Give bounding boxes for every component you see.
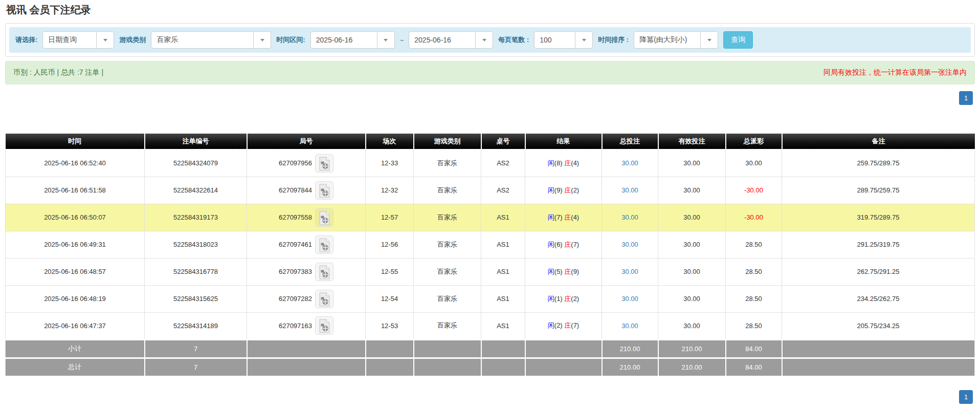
video-replay-button[interactable] bbox=[315, 263, 333, 281]
summary-count-cell: 7 bbox=[145, 358, 247, 376]
info-bar: 币別 : 人民币 | 总共 :7 注单 | 同局有效投注，统一计算在该局第一张注… bbox=[5, 61, 975, 84]
round-id: 627097282 bbox=[279, 295, 312, 303]
video-replay-button[interactable] bbox=[315, 154, 333, 173]
chevron-down-icon bbox=[575, 32, 592, 48]
table-row: 2025-06-16 06:48:19 522584315625 6270972… bbox=[6, 285, 975, 312]
session-cell: 12-57 bbox=[366, 204, 414, 231]
table-no-cell: AS1 bbox=[481, 285, 525, 312]
column-header: 时间 bbox=[6, 134, 145, 149]
search-button[interactable]: 查询 bbox=[723, 31, 753, 49]
session-cell: 12-55 bbox=[366, 258, 414, 285]
valid-bet-cell: 30.00 bbox=[658, 177, 726, 204]
round-id: 627097163 bbox=[279, 322, 312, 330]
column-header: 场次 bbox=[366, 134, 414, 149]
player-result: 闲 bbox=[548, 213, 554, 221]
result-cell: 闲(1) 庄(2) bbox=[525, 285, 602, 312]
video-film-icon bbox=[318, 238, 330, 252]
total-bet-link[interactable]: 30.00 bbox=[621, 268, 638, 275]
session-cell: 12-53 bbox=[366, 312, 414, 339]
time-cell: 2025-06-16 06:50:07 bbox=[6, 204, 145, 231]
game-cell: 百家乐 bbox=[414, 312, 481, 339]
round-cell: 627097282 bbox=[247, 285, 366, 312]
total-bet-cell: 30.00 bbox=[602, 204, 658, 231]
table-header: 时间注单编号局号场次游戏类别桌号结果总投注有效投注总派彩备注 bbox=[6, 134, 975, 149]
note-cell: 291.25/319.75 bbox=[782, 231, 975, 258]
column-header: 桌号 bbox=[481, 134, 525, 149]
payout-cell: 28.50 bbox=[726, 285, 782, 312]
summary-payout-cell: 84.00 bbox=[726, 339, 782, 358]
query-type-value: 日期查询 bbox=[43, 35, 82, 45]
total-bet-cell: 30.00 bbox=[602, 149, 658, 177]
video-replay-button[interactable] bbox=[315, 208, 333, 227]
game-cell: 百家乐 bbox=[414, 149, 481, 177]
time-sort-select[interactable]: 降冪(由大到小) bbox=[634, 31, 718, 49]
video-replay-button[interactable] bbox=[315, 316, 333, 335]
player-result: 闲 bbox=[548, 159, 554, 167]
column-header: 总派彩 bbox=[726, 134, 782, 149]
page-1-button[interactable]: 1 bbox=[959, 91, 973, 105]
video-replay-button[interactable] bbox=[315, 290, 333, 308]
bet-id-cell: 522584316778 bbox=[145, 258, 247, 285]
game-cell: 百家乐 bbox=[414, 258, 481, 285]
game-cell: 百家乐 bbox=[414, 285, 481, 312]
video-replay-button[interactable] bbox=[315, 181, 333, 200]
total-bet-link[interactable]: 30.00 bbox=[621, 241, 638, 248]
date-to-select[interactable]: 2025-06-16 bbox=[409, 31, 493, 49]
column-header: 游戏类别 bbox=[414, 134, 481, 149]
bet-id-cell: 522584324079 bbox=[145, 149, 247, 177]
payout-cell: -30.00 bbox=[726, 204, 782, 231]
session-cell: 12-54 bbox=[366, 285, 414, 312]
summary-valid-bet-cell: 210.00 bbox=[658, 358, 726, 376]
result-cell: 闲(6) 庄(7) bbox=[525, 231, 602, 258]
game-category-select[interactable]: 百家乐 bbox=[151, 31, 271, 49]
banker-result: 庄 bbox=[564, 186, 571, 194]
total-bet-link[interactable]: 30.00 bbox=[621, 295, 638, 303]
banker-result: 庄 bbox=[564, 159, 571, 167]
column-header: 总投注 bbox=[602, 134, 658, 149]
video-film-icon bbox=[318, 265, 330, 279]
table-no-cell: AS1 bbox=[481, 231, 525, 258]
page-1-button[interactable]: 1 bbox=[959, 390, 973, 404]
total-bet-link[interactable]: 30.00 bbox=[621, 213, 638, 221]
time-cell: 2025-06-16 06:48:57 bbox=[6, 258, 145, 285]
total-bet-link[interactable]: 30.00 bbox=[621, 159, 638, 167]
page-size-select[interactable]: 100 bbox=[534, 31, 593, 49]
player-result: 闲 bbox=[548, 241, 554, 248]
bet-id-cell: 522584314189 bbox=[145, 312, 247, 339]
bet-id-cell: 522584319173 bbox=[145, 204, 247, 231]
table-no-cell: AS1 bbox=[481, 312, 525, 339]
page-size-label: 每页笔数 : bbox=[498, 35, 529, 45]
total-bet-link[interactable]: 30.00 bbox=[621, 322, 638, 330]
total-bet-cell: 30.00 bbox=[602, 177, 658, 204]
time-cell: 2025-06-16 06:51:58 bbox=[6, 177, 145, 204]
currency-total-text: 币別 : 人民币 | 总共 :7 注单 | bbox=[13, 68, 103, 77]
player-result: 闲 bbox=[548, 295, 554, 303]
payout-cell: 28.50 bbox=[726, 312, 782, 339]
round-id: 627097558 bbox=[279, 213, 312, 221]
time-cell: 2025-06-16 06:47:37 bbox=[6, 312, 145, 339]
payout-cell: 28.50 bbox=[726, 258, 782, 285]
summary-label-cell: 小计 bbox=[6, 339, 145, 358]
banker-result: 庄 bbox=[564, 295, 571, 303]
game-category-value: 百家乐 bbox=[151, 35, 183, 45]
game-cell: 百家乐 bbox=[414, 204, 481, 231]
player-result: 闲 bbox=[548, 321, 554, 329]
result-cell: 闲(9) 庄(2) bbox=[525, 177, 602, 204]
records-table-summary: 小计 7 210.00 210.00 84.00 总计 7 210.00 210… bbox=[6, 339, 975, 376]
note-cell: 259.75/289.75 bbox=[782, 149, 975, 177]
betting-records-page: 视讯 会员下注纪录 请选择: 日期查询 游戏类别 百家乐 时间区间: 2025-… bbox=[0, 3, 980, 409]
round-id: 627097844 bbox=[279, 186, 312, 194]
time-sort-label: 时间排序 : bbox=[598, 35, 629, 45]
chevron-down-icon bbox=[253, 32, 271, 48]
page-title: 视讯 会员下注纪录 bbox=[6, 3, 975, 17]
bet-id-cell: 522584322614 bbox=[145, 177, 247, 204]
table-row: 2025-06-16 06:52:40 522584324079 6270979… bbox=[6, 149, 975, 177]
date-from-select[interactable]: 2025-06-16 bbox=[310, 31, 395, 49]
bet-id-cell: 522584318023 bbox=[145, 231, 247, 258]
video-replay-button[interactable] bbox=[315, 235, 333, 254]
query-type-select[interactable]: 日期查询 bbox=[42, 31, 114, 49]
game-cell: 百家乐 bbox=[414, 231, 481, 258]
page-size-value: 100 bbox=[534, 36, 556, 44]
total-bet-cell: 30.00 bbox=[602, 312, 658, 339]
total-bet-link[interactable]: 30.00 bbox=[621, 186, 638, 194]
